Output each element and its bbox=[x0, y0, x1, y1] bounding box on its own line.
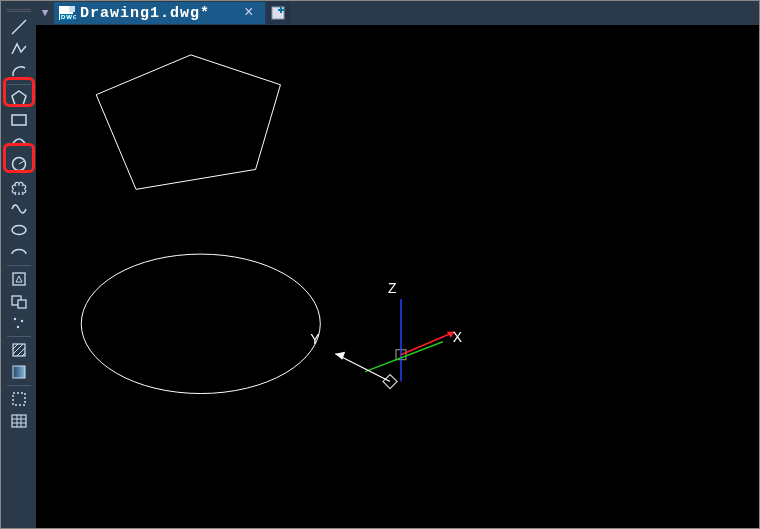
point-tool[interactable] bbox=[7, 312, 31, 334]
hatch-tool[interactable] bbox=[7, 339, 31, 361]
insert-block-tool[interactable] bbox=[7, 268, 31, 290]
svg-point-12 bbox=[12, 226, 26, 235]
svg-line-7 bbox=[12, 20, 26, 34]
ucs-gizmo[interactable]: Z X Y bbox=[310, 280, 462, 389]
svg-line-34 bbox=[401, 332, 455, 355]
model-space[interactable]: Z X Y bbox=[36, 25, 759, 528]
ellipse-tool[interactable] bbox=[7, 219, 31, 241]
svg-line-20 bbox=[13, 344, 18, 349]
region-tool[interactable] bbox=[7, 388, 31, 410]
rectangle-tool[interactable] bbox=[7, 109, 31, 131]
file-tab-label: Drawing1.dwg* bbox=[80, 5, 210, 22]
drawn-ellipse[interactable] bbox=[81, 254, 320, 393]
polygon-tool[interactable] bbox=[7, 87, 31, 109]
svg-rect-9 bbox=[12, 115, 26, 125]
svg-rect-26 bbox=[12, 415, 26, 427]
file-tab[interactable]: DWG Drawing1.dwg* × bbox=[54, 2, 265, 24]
svg-line-37 bbox=[335, 354, 390, 382]
gradient-tool[interactable] bbox=[7, 361, 31, 383]
drawn-pentagon[interactable] bbox=[96, 55, 280, 189]
svg-text:DWG: DWG bbox=[61, 14, 76, 20]
toolbar-separator bbox=[7, 84, 31, 85]
table-tool[interactable] bbox=[7, 410, 31, 432]
toolbar-separator bbox=[7, 265, 31, 266]
circle-tool[interactable] bbox=[7, 153, 31, 175]
draw-toolbar bbox=[1, 1, 36, 529]
svg-line-21 bbox=[13, 344, 23, 354]
svg-line-36 bbox=[365, 342, 443, 372]
toolbar-separator bbox=[7, 336, 31, 337]
spline-tool[interactable] bbox=[7, 197, 31, 219]
axis-label-z: Z bbox=[388, 280, 397, 296]
arc-tool[interactable] bbox=[7, 60, 31, 82]
svg-point-18 bbox=[16, 326, 18, 328]
polyline-tool[interactable] bbox=[7, 38, 31, 60]
make-block-tool[interactable] bbox=[7, 290, 31, 312]
svg-rect-1 bbox=[69, 6, 75, 12]
arc-3pt-tool[interactable] bbox=[7, 131, 31, 153]
svg-marker-8 bbox=[12, 91, 26, 105]
svg-point-16 bbox=[13, 318, 15, 320]
svg-rect-25 bbox=[13, 393, 25, 405]
toolbar-separator bbox=[7, 385, 31, 386]
svg-rect-13 bbox=[13, 273, 25, 285]
svg-point-17 bbox=[20, 320, 22, 322]
dwg-file-icon: DWG bbox=[58, 5, 76, 21]
tab-menu-button[interactable]: ▼ bbox=[36, 1, 54, 25]
tab-bar: ▼ DWG Drawing1.dwg* × bbox=[36, 1, 759, 25]
new-tab-button[interactable] bbox=[267, 2, 291, 24]
ellipse-arc-tool[interactable] bbox=[7, 241, 31, 263]
axis-label-y: Y bbox=[310, 331, 319, 347]
svg-rect-24 bbox=[13, 366, 25, 378]
tab-close-button[interactable]: × bbox=[214, 4, 261, 22]
svg-rect-4 bbox=[272, 7, 284, 19]
line-tool[interactable] bbox=[7, 16, 31, 38]
revision-cloud-tool[interactable] bbox=[7, 175, 31, 197]
axis-label-x: X bbox=[453, 329, 462, 345]
toolbar-grip[interactable] bbox=[7, 9, 31, 12]
svg-rect-31 bbox=[383, 375, 397, 389]
svg-line-11 bbox=[19, 161, 24, 164]
svg-rect-15 bbox=[18, 300, 26, 308]
